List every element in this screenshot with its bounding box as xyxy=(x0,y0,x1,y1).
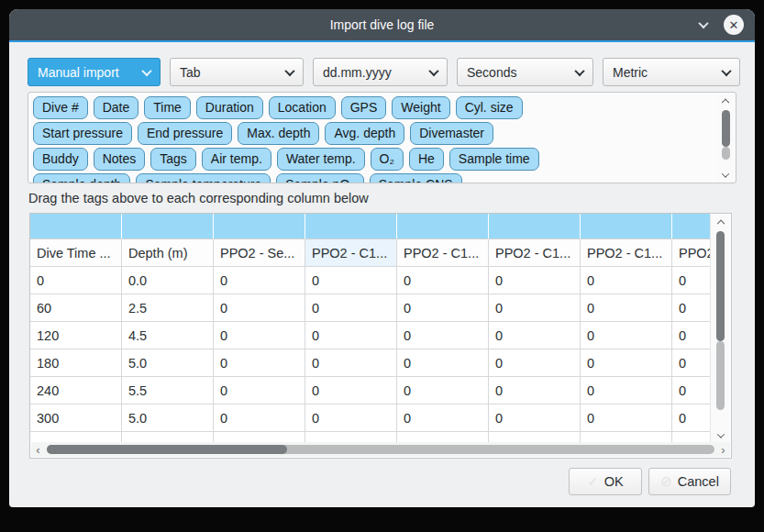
window-title: Import dive log file xyxy=(330,17,435,32)
ok-button[interactable]: ✓ OK xyxy=(569,468,642,495)
tag-water-temp[interactable]: Water temp. xyxy=(277,148,365,171)
table-cell: 0 xyxy=(214,322,305,349)
tag-list-scrollbar[interactable] xyxy=(716,94,735,182)
table-cell: 0 xyxy=(581,294,672,322)
column-header: Dive Time ... xyxy=(30,239,122,267)
close-button[interactable]: ✕ xyxy=(724,15,744,35)
column-header: PPO2 - C1... xyxy=(305,239,397,267)
scrollbar-thumb[interactable] xyxy=(47,445,287,454)
table-cell: 0 xyxy=(672,349,711,377)
scroll-left-icon[interactable]: ‹ xyxy=(31,443,45,457)
tag-dive-number[interactable]: Dive # xyxy=(33,96,88,119)
tag-notes[interactable]: Notes xyxy=(94,148,146,171)
column-header: Depth (m) xyxy=(122,239,214,267)
column-drop-zone[interactable] xyxy=(214,214,305,239)
header-row: Dive Time ... Depth (m) PPO2 - Se... PPO… xyxy=(30,239,711,267)
table-cell: 0 xyxy=(581,267,672,294)
column-drop-zone[interactable] xyxy=(672,214,711,239)
duration-format-value: Seconds xyxy=(467,65,516,80)
tag-max-depth[interactable]: Max. depth xyxy=(238,122,319,145)
table-cell: 0.0 xyxy=(122,267,214,294)
scrollbar-track[interactable] xyxy=(47,445,714,454)
scroll-up-icon[interactable] xyxy=(716,94,735,106)
table-cell: 0 xyxy=(489,322,581,349)
tag-air-temp[interactable]: Air temp. xyxy=(202,148,271,171)
column-header: PPO2 xyxy=(672,239,711,267)
table-cell: 60 xyxy=(30,294,122,322)
table-cell: 0 xyxy=(305,405,397,432)
column-drop-zone[interactable] xyxy=(122,214,214,239)
tag-o2[interactable]: O₂ xyxy=(371,148,404,171)
scroll-right-icon[interactable]: › xyxy=(716,443,730,457)
titlebar[interactable]: Import dive log file ✕ xyxy=(9,9,755,42)
column-drop-zone[interactable] xyxy=(581,214,672,239)
table-row: 300 5.0 0 0 0 0 0 0 xyxy=(30,405,711,432)
tag-time[interactable]: Time xyxy=(144,96,191,119)
scroll-down-icon[interactable] xyxy=(718,428,724,443)
table-cell: 0 xyxy=(30,267,122,294)
cancel-button[interactable]: ⊘ Cancel xyxy=(648,468,731,495)
column-drop-zone[interactable] xyxy=(489,214,581,239)
tag-sample-po2[interactable]: Sample pO₂ xyxy=(276,173,363,183)
import-dialog-window: Import dive log file ✕ Manual import Tab… xyxy=(9,9,755,507)
tag-end-pressure[interactable]: End pressure xyxy=(138,122,232,145)
column-drop-zone[interactable] xyxy=(30,214,122,239)
tag-duration[interactable]: Duration xyxy=(196,96,263,119)
date-format-select[interactable]: dd.mm.yyyy xyxy=(313,58,448,86)
table-cell: 240 xyxy=(30,377,122,405)
scrollbar-track[interactable] xyxy=(722,147,730,160)
tag-tags[interactable]: Tags xyxy=(150,148,196,171)
scrollbar-track[interactable] xyxy=(716,341,725,410)
table-cell: 0 xyxy=(305,294,397,322)
table-cell: 0 xyxy=(489,267,581,294)
units-select[interactable]: Metric xyxy=(603,58,740,86)
tag-weight[interactable]: Weight xyxy=(392,96,449,119)
scroll-up-icon[interactable] xyxy=(718,215,724,227)
cancel-icon: ⊘ xyxy=(660,473,672,490)
tag-sample-cns[interactable]: Sample CNS xyxy=(370,173,462,183)
scrollbar-thumb[interactable] xyxy=(716,231,725,341)
import-type-select[interactable]: Manual import xyxy=(28,58,161,86)
column-drop-zone[interactable] xyxy=(397,214,489,239)
table-cell: 0 xyxy=(581,377,672,405)
table-vertical-scrollbar[interactable] xyxy=(710,215,730,443)
table-cell: 0 xyxy=(305,377,397,405)
field-separator-select[interactable]: Tab xyxy=(170,58,304,86)
import-preview-table: Dive Time ... Depth (m) PPO2 - Se... PPO… xyxy=(29,213,732,459)
tag-sample-depth[interactable]: Sample depth xyxy=(33,173,130,183)
duration-format-select[interactable]: Seconds xyxy=(457,58,593,86)
tag-he[interactable]: He xyxy=(409,148,444,171)
column-drop-zone[interactable] xyxy=(305,214,397,239)
titlebar-controls: ✕ xyxy=(697,9,744,40)
tag-gps[interactable]: GPS xyxy=(341,96,387,119)
table-horizontal-scrollbar[interactable]: ‹ › xyxy=(31,442,730,457)
tag-avg-depth[interactable]: Avg. depth xyxy=(325,122,404,145)
tag-divemaster[interactable]: Divemaster xyxy=(410,122,493,145)
tag-rows: Dive # Date Time Duration Location GPS W… xyxy=(33,96,714,183)
table-cell: 0 xyxy=(672,322,711,349)
table-cell: 0 xyxy=(305,349,397,377)
drag-instruction-label: Drag the tags above to each correspondin… xyxy=(28,191,369,205)
scrollbar-thumb[interactable] xyxy=(722,110,730,147)
table-cell: 2.5 xyxy=(122,294,214,322)
table-cell: 0 xyxy=(581,405,672,432)
tag-sample-temperature[interactable]: Sample temperature xyxy=(136,173,271,183)
table-row: 0 0.0 0 0 0 0 0 0 xyxy=(30,267,711,294)
tag-cyl-size[interactable]: Cyl. size xyxy=(456,96,523,119)
tag-start-pressure[interactable]: Start pressure xyxy=(33,122,132,145)
tag-buddy[interactable]: Buddy xyxy=(33,148,88,171)
chevron-down-icon xyxy=(428,65,438,75)
tag-date[interactable]: Date xyxy=(94,96,139,119)
table-cell: 0 xyxy=(305,322,397,349)
table-row: 60 2.5 0 0 0 0 0 0 xyxy=(30,294,711,322)
tag-location[interactable]: Location xyxy=(269,96,336,119)
tag-sample-time[interactable]: Sample time xyxy=(449,148,539,171)
table-cell: 0 xyxy=(672,405,711,432)
column-header: PPO2 - C1... xyxy=(489,239,581,267)
chevron-down-icon xyxy=(721,65,731,75)
units-value: Metric xyxy=(613,65,648,80)
scroll-down-icon[interactable] xyxy=(716,169,735,182)
table-cell: 0 xyxy=(672,267,711,294)
tag-row: Start pressure End pressure Max. depth A… xyxy=(33,122,714,145)
shade-chevron-icon[interactable] xyxy=(697,18,710,31)
